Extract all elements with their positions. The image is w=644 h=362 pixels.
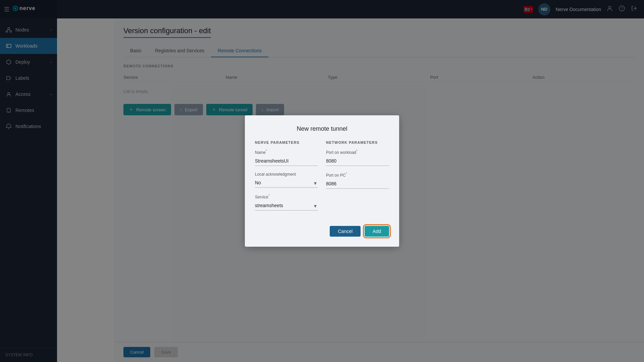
nerve-params-column: NERVE PARAMETERS Name* Local acknowledgm… [255,140,318,217]
network-params-label: NETWORK PARAMETERS [326,140,389,144]
port-pc-field-group: Port on PC* [326,172,389,189]
modal-columns: NERVE PARAMETERS Name* Local acknowledgm… [255,140,389,217]
service-field-group: Service* streamsheets [255,194,318,210]
local-ack-field-group: Local acknowledgment No Yes [255,172,318,188]
local-ack-label: Local acknowledgment [255,172,318,177]
port-pc-label: Port on PC* [326,172,389,178]
modal-overlay[interactable]: New remote tunnel NERVE PARAMETERS Name*… [0,0,644,362]
service-select[interactable]: streamsheets [255,201,318,210]
modal-footer: Cancel Add [255,226,389,237]
modal-add-button[interactable]: Add [365,226,389,237]
name-field-group: Name* [255,149,318,166]
modal-title: New remote tunnel [255,125,389,132]
nerve-params-label: NERVE PARAMETERS [255,140,318,144]
service-select-wrapper: streamsheets [255,201,318,210]
service-label: Service* [255,194,318,199]
modal-cancel-button[interactable]: Cancel [330,226,361,237]
port-pc-input[interactable] [326,179,389,189]
new-remote-tunnel-modal: New remote tunnel NERVE PARAMETERS Name*… [245,115,399,247]
local-ack-select[interactable]: No Yes [255,178,318,188]
port-workload-field-group: Port on workload* [326,149,389,166]
name-label: Name* [255,149,318,155]
network-params-column: NETWORK PARAMETERS Port on workload* Por… [326,140,389,217]
name-input[interactable] [255,156,318,166]
port-workload-input[interactable] [326,156,389,166]
port-workload-label: Port on workload* [326,149,389,155]
local-ack-select-wrapper: No Yes [255,178,318,188]
